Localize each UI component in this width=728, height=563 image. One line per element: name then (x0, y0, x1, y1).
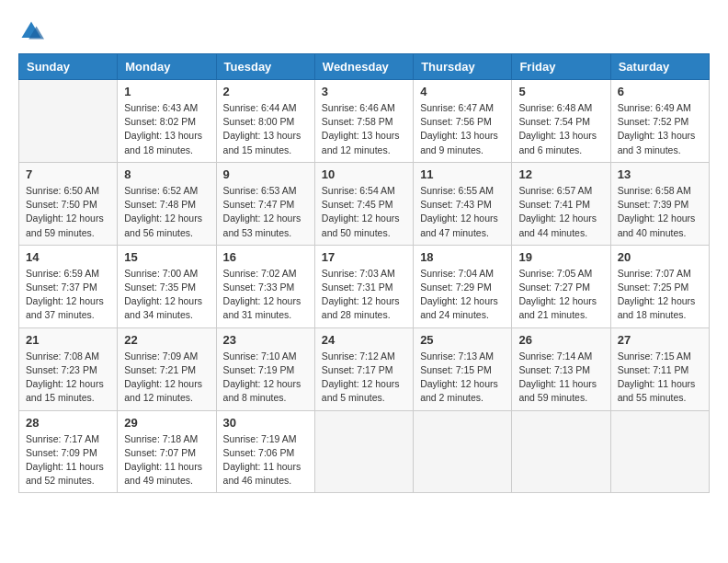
day-header-monday: Monday (118, 54, 216, 80)
day-info: Sunrise: 6:44 AM Sunset: 8:00 PM Dayligh… (223, 101, 308, 157)
day-number: 10 (322, 167, 406, 181)
calendar-cell (512, 410, 610, 493)
day-number: 6 (618, 85, 702, 98)
day-info: Sunrise: 6:57 AM Sunset: 7:41 PM Dayligh… (518, 184, 603, 240)
day-info: Sunrise: 6:49 AM Sunset: 7:52 PM Dayligh… (618, 101, 702, 157)
calendar: SundayMondayTuesdayWednesdayThursdayFrid… (18, 53, 710, 493)
day-info: Sunrise: 7:10 AM Sunset: 7:19 PM Dayligh… (223, 350, 308, 406)
day-info: Sunrise: 7:02 AM Sunset: 7:33 PM Dayligh… (223, 267, 308, 323)
calendar-cell: 24Sunrise: 7:12 AM Sunset: 7:17 PM Dayli… (314, 327, 413, 410)
day-number: 30 (223, 416, 308, 430)
day-number: 14 (26, 250, 110, 264)
calendar-cell (19, 80, 118, 163)
day-header-thursday: Thursday (414, 54, 512, 80)
calendar-cell: 26Sunrise: 7:14 AM Sunset: 7:13 PM Dayli… (512, 327, 610, 410)
calendar-cell: 4Sunrise: 6:47 AM Sunset: 7:56 PM Daylig… (414, 80, 512, 163)
day-number: 29 (124, 416, 209, 430)
day-info: Sunrise: 6:47 AM Sunset: 7:56 PM Dayligh… (420, 101, 505, 157)
day-number: 21 (26, 333, 110, 347)
calendar-cell: 6Sunrise: 6:49 AM Sunset: 7:52 PM Daylig… (610, 80, 709, 163)
page-header (18, 18, 710, 44)
calendar-header-row: SundayMondayTuesdayWednesdayThursdayFrid… (19, 54, 710, 80)
day-number: 23 (223, 333, 308, 347)
calendar-cell: 19Sunrise: 7:05 AM Sunset: 7:27 PM Dayli… (512, 245, 610, 327)
day-info: Sunrise: 7:07 AM Sunset: 7:25 PM Dayligh… (618, 267, 702, 323)
day-number: 7 (26, 167, 110, 181)
day-number: 26 (518, 333, 603, 347)
calendar-cell: 29Sunrise: 7:18 AM Sunset: 7:07 PM Dayli… (118, 410, 216, 493)
logo-icon (18, 18, 44, 44)
day-info: Sunrise: 7:00 AM Sunset: 7:35 PM Dayligh… (124, 267, 209, 323)
calendar-week-2: 7Sunrise: 6:50 AM Sunset: 7:50 PM Daylig… (19, 162, 710, 245)
day-number: 3 (322, 85, 406, 98)
day-info: Sunrise: 7:19 AM Sunset: 7:06 PM Dayligh… (223, 432, 308, 488)
day-header-sunday: Sunday (19, 54, 118, 80)
day-info: Sunrise: 6:59 AM Sunset: 7:37 PM Dayligh… (26, 267, 110, 323)
calendar-cell: 2Sunrise: 6:44 AM Sunset: 8:00 PM Daylig… (216, 80, 314, 163)
day-info: Sunrise: 6:55 AM Sunset: 7:43 PM Dayligh… (420, 184, 505, 240)
day-info: Sunrise: 6:50 AM Sunset: 7:50 PM Dayligh… (26, 184, 110, 240)
day-number: 13 (618, 167, 702, 181)
day-info: Sunrise: 7:09 AM Sunset: 7:21 PM Dayligh… (124, 350, 209, 406)
day-number: 19 (518, 250, 603, 264)
day-info: Sunrise: 7:03 AM Sunset: 7:31 PM Dayligh… (322, 267, 406, 323)
day-number: 4 (420, 85, 505, 98)
day-number: 11 (420, 167, 505, 181)
day-info: Sunrise: 6:43 AM Sunset: 8:02 PM Dayligh… (124, 101, 209, 157)
calendar-cell: 25Sunrise: 7:13 AM Sunset: 7:15 PM Dayli… (414, 327, 512, 410)
day-number: 12 (518, 167, 603, 181)
calendar-cell: 18Sunrise: 7:04 AM Sunset: 7:29 PM Dayli… (414, 245, 512, 327)
day-number: 2 (223, 85, 308, 98)
calendar-cell: 12Sunrise: 6:57 AM Sunset: 7:41 PM Dayli… (512, 162, 610, 245)
day-number: 16 (223, 250, 308, 264)
day-info: Sunrise: 6:53 AM Sunset: 7:47 PM Dayligh… (223, 184, 308, 240)
day-info: Sunrise: 7:08 AM Sunset: 7:23 PM Dayligh… (26, 350, 110, 406)
calendar-cell: 20Sunrise: 7:07 AM Sunset: 7:25 PM Dayli… (610, 245, 709, 327)
calendar-week-1: 1Sunrise: 6:43 AM Sunset: 8:02 PM Daylig… (19, 80, 710, 163)
day-info: Sunrise: 7:05 AM Sunset: 7:27 PM Dayligh… (518, 267, 603, 323)
calendar-cell: 22Sunrise: 7:09 AM Sunset: 7:21 PM Dayli… (118, 327, 216, 410)
day-number: 27 (618, 333, 702, 347)
day-header-tuesday: Tuesday (216, 54, 314, 80)
day-number: 1 (124, 85, 209, 98)
day-number: 15 (124, 250, 209, 264)
calendar-cell: 17Sunrise: 7:03 AM Sunset: 7:31 PM Dayli… (314, 245, 413, 327)
calendar-cell: 16Sunrise: 7:02 AM Sunset: 7:33 PM Dayli… (216, 245, 314, 327)
day-info: Sunrise: 7:13 AM Sunset: 7:15 PM Dayligh… (420, 350, 505, 406)
day-header-saturday: Saturday (610, 54, 709, 80)
day-number: 9 (223, 167, 308, 181)
calendar-cell (314, 410, 413, 493)
calendar-cell: 21Sunrise: 7:08 AM Sunset: 7:23 PM Dayli… (19, 327, 118, 410)
day-number: 20 (618, 250, 702, 264)
calendar-cell: 13Sunrise: 6:58 AM Sunset: 7:39 PM Dayli… (610, 162, 709, 245)
calendar-cell: 23Sunrise: 7:10 AM Sunset: 7:19 PM Dayli… (216, 327, 314, 410)
day-number: 25 (420, 333, 505, 347)
day-info: Sunrise: 7:04 AM Sunset: 7:29 PM Dayligh… (420, 267, 505, 323)
logo (18, 18, 48, 44)
day-header-friday: Friday (512, 54, 610, 80)
day-number: 17 (322, 250, 406, 264)
calendar-cell (610, 410, 709, 493)
day-info: Sunrise: 6:48 AM Sunset: 7:54 PM Dayligh… (518, 101, 603, 157)
day-number: 28 (26, 416, 110, 430)
day-info: Sunrise: 6:52 AM Sunset: 7:48 PM Dayligh… (124, 184, 209, 240)
calendar-cell: 5Sunrise: 6:48 AM Sunset: 7:54 PM Daylig… (512, 80, 610, 163)
day-info: Sunrise: 7:18 AM Sunset: 7:07 PM Dayligh… (124, 432, 209, 488)
day-number: 5 (518, 85, 603, 98)
calendar-week-4: 21Sunrise: 7:08 AM Sunset: 7:23 PM Dayli… (19, 327, 710, 410)
day-info: Sunrise: 6:58 AM Sunset: 7:39 PM Dayligh… (618, 184, 702, 240)
day-number: 24 (322, 333, 406, 347)
calendar-cell: 1Sunrise: 6:43 AM Sunset: 8:02 PM Daylig… (118, 80, 216, 163)
day-info: Sunrise: 7:17 AM Sunset: 7:09 PM Dayligh… (26, 432, 110, 488)
day-info: Sunrise: 7:12 AM Sunset: 7:17 PM Dayligh… (322, 350, 406, 406)
calendar-cell: 11Sunrise: 6:55 AM Sunset: 7:43 PM Dayli… (414, 162, 512, 245)
calendar-cell: 9Sunrise: 6:53 AM Sunset: 7:47 PM Daylig… (216, 162, 314, 245)
calendar-cell (414, 410, 512, 493)
calendar-cell: 7Sunrise: 6:50 AM Sunset: 7:50 PM Daylig… (19, 162, 118, 245)
calendar-cell: 10Sunrise: 6:54 AM Sunset: 7:45 PM Dayli… (314, 162, 413, 245)
calendar-cell: 15Sunrise: 7:00 AM Sunset: 7:35 PM Dayli… (118, 245, 216, 327)
day-info: Sunrise: 6:54 AM Sunset: 7:45 PM Dayligh… (322, 184, 406, 240)
day-info: Sunrise: 7:14 AM Sunset: 7:13 PM Dayligh… (518, 350, 603, 406)
day-info: Sunrise: 7:15 AM Sunset: 7:11 PM Dayligh… (618, 350, 702, 406)
calendar-cell: 30Sunrise: 7:19 AM Sunset: 7:06 PM Dayli… (216, 410, 314, 493)
